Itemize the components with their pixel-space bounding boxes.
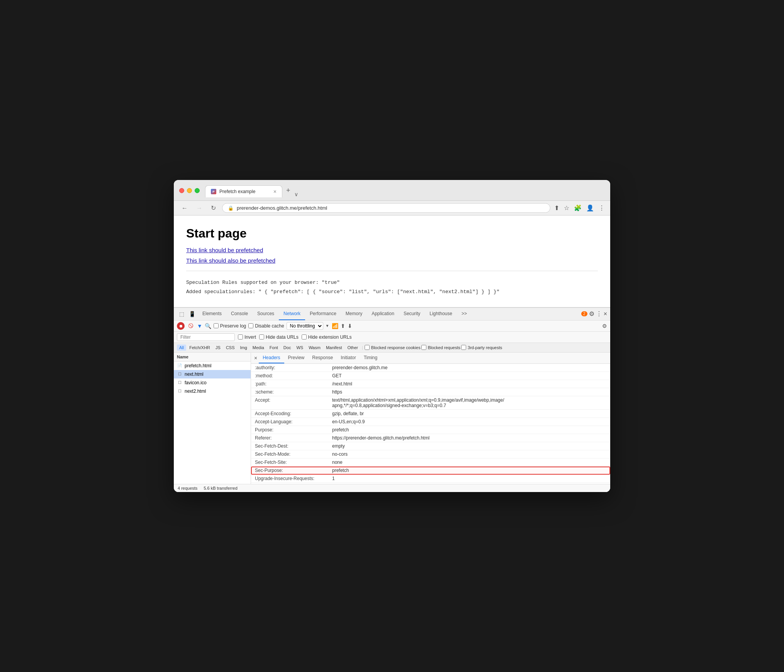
type-wasm[interactable]: Wasm	[306, 344, 323, 351]
close-details-button[interactable]: ×	[254, 355, 257, 361]
type-img[interactable]: Img	[238, 344, 249, 351]
elements-inspect-icon[interactable]: ⬚	[177, 308, 187, 320]
tab-security[interactable]: Security	[399, 308, 425, 320]
share-icon[interactable]: ⬆	[554, 204, 559, 212]
file-item-next[interactable]: ☐ next.html	[174, 370, 251, 378]
details-tabs: × Headers Preview Response Initiator Tim…	[251, 353, 610, 364]
type-doc[interactable]: Doc	[281, 344, 294, 351]
search-icon[interactable]: 🔍	[205, 323, 211, 329]
prefetch-link-2[interactable]: This link should also be prefetched	[186, 257, 598, 264]
throttle-chevron-icon: ▼	[326, 324, 329, 328]
file-item-next2[interactable]: ☐ next2.html	[174, 387, 251, 395]
clear-button[interactable]: 🚫	[187, 322, 195, 330]
header-value-accept-encoding: gzip, deflate, br	[332, 411, 606, 416]
third-party-checkbox[interactable]	[461, 345, 466, 350]
new-tab-button[interactable]: +	[282, 184, 294, 197]
close-button[interactable]	[179, 188, 184, 193]
header-name-method: :method:	[255, 373, 332, 378]
extensions-icon[interactable]: 🧩	[574, 204, 582, 212]
export-icon[interactable]: ⬇	[348, 323, 352, 329]
address-bar: ← → ↻ 🔒 prerender-demos.glitch.me/prefet…	[174, 201, 610, 216]
hide-data-checkbox[interactable]	[259, 334, 264, 339]
header-accept-encoding: Accept-Encoding: gzip, deflate, br	[251, 410, 610, 418]
close-devtools-icon[interactable]: ×	[604, 311, 607, 317]
browser-tab[interactable]: P Prefetch example ×	[205, 185, 282, 197]
invert-checkbox[interactable]	[238, 334, 243, 339]
details-tab-initiator[interactable]: Initiator	[337, 353, 360, 363]
disable-cache-checkbox[interactable]	[248, 323, 253, 328]
type-ws[interactable]: WS	[294, 344, 305, 351]
type-fetch-xhr[interactable]: Fetch/XHR	[187, 344, 212, 351]
bookmark-icon[interactable]: ☆	[564, 204, 569, 212]
type-js[interactable]: JS	[213, 344, 223, 351]
tab-console[interactable]: Console	[226, 308, 253, 320]
tab-application[interactable]: Application	[367, 308, 399, 320]
lock-icon: 🔒	[228, 205, 234, 211]
prefetch-link-1[interactable]: This link should be prefetched	[186, 247, 598, 253]
details-tab-response[interactable]: Response	[308, 353, 337, 363]
tab-performance[interactable]: Performance	[305, 308, 341, 320]
tab-lighthouse[interactable]: Lighthouse	[425, 308, 457, 320]
preserve-log-checkbox[interactable]	[214, 323, 219, 328]
filter-input[interactable]	[177, 333, 235, 341]
notification-badge: 2	[581, 311, 587, 316]
invert-label[interactable]: Invert	[238, 334, 256, 340]
url-bar[interactable]: 🔒 prerender-demos.glitch.me/prefetch.htm…	[222, 203, 550, 213]
header-value-accept-language: en-US,en;q=0.9	[332, 419, 606, 424]
disable-cache-label[interactable]: Disable cache	[248, 323, 284, 329]
third-party-label[interactable]: 3rd-party requests	[461, 345, 502, 350]
blocked-cookies-label[interactable]: Blocked response cookies	[365, 345, 421, 350]
header-name-purpose: Purpose:	[255, 427, 332, 433]
menu-icon[interactable]: ⋮	[599, 204, 605, 212]
tab-sources[interactable]: Sources	[253, 308, 279, 320]
hide-data-text: Hide data URLs	[266, 334, 299, 340]
hide-extension-label[interactable]: Hide extension URLs	[302, 334, 352, 340]
disable-cache-text: Disable cache	[255, 323, 284, 329]
header-sec-fetch-mode: Sec-Fetch-Mode: no-cors	[251, 450, 610, 458]
tab-menu-button[interactable]: ∨	[294, 191, 298, 197]
type-other[interactable]: Other	[345, 344, 360, 351]
more-tabs-button[interactable]: >>	[457, 308, 472, 320]
header-accept: Accept: text/html,application/xhtml+xml,…	[251, 396, 610, 410]
type-css[interactable]: CSS	[224, 344, 237, 351]
blocked-requests-checkbox[interactable]	[421, 345, 426, 350]
profile-icon[interactable]: 👤	[586, 204, 594, 212]
tab-close-button[interactable]: ×	[273, 188, 277, 195]
more-options-icon[interactable]: ⋮	[596, 310, 602, 317]
import-icon[interactable]: ⬆	[341, 323, 345, 329]
record-button[interactable]: ⏺	[177, 322, 185, 330]
network-conditions-icon[interactable]: 📶	[332, 323, 338, 329]
file-favicon-icon: ☐	[177, 380, 182, 385]
minimize-button[interactable]	[187, 188, 192, 193]
tab-elements[interactable]: Elements	[198, 308, 226, 320]
details-tab-timing[interactable]: Timing	[360, 353, 382, 363]
device-mode-icon[interactable]: 📱	[187, 308, 198, 320]
header-name-authority: :authority:	[255, 365, 332, 370]
filter-icon[interactable]: ▼	[197, 323, 202, 329]
hide-data-label[interactable]: Hide data URLs	[259, 334, 299, 340]
hide-extension-checkbox[interactable]	[302, 334, 307, 339]
tabs-bar: P Prefetch example × + ∨	[205, 184, 298, 197]
forward-button[interactable]: →	[194, 204, 205, 212]
throttle-select[interactable]: No throttling	[287, 322, 323, 330]
file-item-favicon[interactable]: ☐ favicon.ico	[174, 378, 251, 387]
file-item-prefetch[interactable]: 📄 prefetch.html	[174, 361, 251, 370]
tab-network[interactable]: Network	[279, 308, 305, 320]
details-tab-headers[interactable]: Headers	[259, 353, 284, 363]
traffic-lights	[179, 188, 200, 193]
type-media[interactable]: Media	[250, 344, 266, 351]
type-font[interactable]: Font	[267, 344, 280, 351]
type-all[interactable]: All	[177, 344, 186, 351]
tab-memory[interactable]: Memory	[341, 308, 367, 320]
preserve-log-label[interactable]: Preserve log	[214, 323, 246, 329]
blocked-requests-label[interactable]: Blocked requests	[421, 345, 460, 350]
header-name-sec-purpose: Sec-Purpose:	[255, 468, 332, 473]
settings-network-icon[interactable]: ⚙	[602, 323, 607, 329]
type-manifest[interactable]: Manifest	[324, 344, 344, 351]
reload-button[interactable]: ↻	[209, 204, 218, 212]
details-tab-preview[interactable]: Preview	[284, 353, 309, 363]
back-button[interactable]: ←	[179, 204, 190, 212]
maximize-button[interactable]	[195, 188, 200, 193]
blocked-cookies-checkbox[interactable]	[365, 345, 370, 350]
settings-icon[interactable]: ⚙	[589, 310, 594, 317]
